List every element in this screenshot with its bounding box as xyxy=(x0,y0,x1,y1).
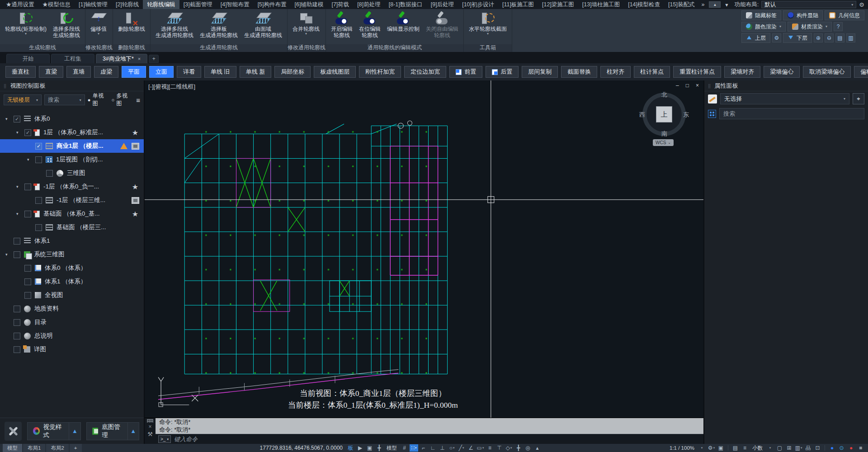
command-history[interactable]: 命令: *取消* 命令: *取消* xyxy=(156,418,703,434)
wcs-selector[interactable]: WCS⌄ xyxy=(653,139,674,146)
image-badge-icon[interactable] xyxy=(132,143,139,150)
qbtn-beam-wall-offset[interactable]: 梁墙偏心 xyxy=(764,66,800,78)
slab-layer-toggle-icon[interactable]: 板 xyxy=(346,444,355,452)
checkbox[interactable]: ✓ xyxy=(14,319,20,326)
ribbon-options-caret-icon[interactable]: ▾ xyxy=(722,1,731,8)
member-visibility-button[interactable]: 构件显隐 xyxy=(783,10,823,20)
checkbox[interactable]: ✓ xyxy=(14,251,20,258)
decimal-caret-icon[interactable]: ▾ xyxy=(766,444,774,452)
decimal-units-label[interactable]: 小数 xyxy=(752,445,763,452)
geometry-info-button[interactable]: 几何信息 xyxy=(825,10,864,20)
checkbox[interactable]: ✓ xyxy=(35,143,42,150)
drag-handle-icon[interactable]: ⣿ xyxy=(4,84,7,88)
qbtn-single-line-old[interactable]: 单线 旧 xyxy=(204,66,236,78)
menu-item-model-info[interactable]: ★模型信息 xyxy=(38,0,75,9)
outline-rect-draw-button[interactable]: 轮廓线(矩形绘制)▾ xyxy=(2,10,50,44)
qbtn-rigid-bar-widen[interactable]: 刚性杆加宽 xyxy=(359,66,401,78)
tree-item-full-view[interactable]: ▾✓全视图 xyxy=(0,288,144,302)
qbtn-beam-wall-align[interactable]: 梁墙对齐 xyxy=(724,66,760,78)
ribbon-collapse-button[interactable]: ▲ xyxy=(709,1,721,8)
tree-menu-icon[interactable]: ≡ xyxy=(136,96,140,104)
qbtn-section-replace[interactable]: 截面替换 xyxy=(561,66,597,78)
menu-item-data-interface[interactable]: [8-1]数据接口 xyxy=(385,0,427,9)
menu-item-load[interactable]: [7]荷载 xyxy=(327,0,353,9)
qbtn-elevation-view[interactable]: 立面 xyxy=(149,66,174,78)
qbtn-local-coords[interactable]: 局部坐标 xyxy=(274,66,311,78)
tree-item-floor1-view[interactable]: ▾✓1层视图 （剖切... xyxy=(0,153,144,166)
move-gizmo-icon[interactable]: ╋ xyxy=(514,444,523,452)
command-input[interactable] xyxy=(174,436,701,443)
menu-item-slab-drawing[interactable]: [11]板施工图 xyxy=(498,0,538,9)
checkbox[interactable]: ✓ xyxy=(46,170,53,177)
tools-button[interactable] xyxy=(5,422,22,441)
property-search-input[interactable] xyxy=(723,110,860,117)
layout-tab-layout1[interactable]: 布局1 xyxy=(23,444,45,452)
floor-lock-filter-select[interactable]: 无锁楼层▾ xyxy=(4,94,42,105)
ortho-mode-icon[interactable]: ⊥ xyxy=(438,444,447,452)
command-close-icon[interactable]: × xyxy=(148,424,151,430)
offset-value-button[interactable]: 偏移值▾ xyxy=(87,10,110,44)
menu-item-model-check[interactable]: [14]模型检查 xyxy=(624,0,664,9)
viewport-minimize-icon[interactable]: – xyxy=(676,82,679,89)
list-options-icon[interactable]: ≡ xyxy=(741,444,749,452)
object-snap-icon[interactable]: ∟ xyxy=(429,444,437,452)
settings-gear-icon[interactable]: ⚙▾ xyxy=(707,444,716,452)
ucs-axis-icon[interactable]: ╋ xyxy=(375,444,383,452)
tree-item-catalog[interactable]: ▾✓目录 xyxy=(0,315,144,329)
checkbox[interactable]: ✓ xyxy=(24,278,31,285)
panel-layout2-icon[interactable]: ▥ xyxy=(846,33,855,42)
menu-item-section[interactable]: [3]截面管理 xyxy=(179,0,217,9)
tree-item-system0-view[interactable]: ▾✓体系0 （体系） xyxy=(0,261,144,275)
qbtn-column-calc-point[interactable]: 柱计算点 xyxy=(634,66,670,78)
qbtn-copy-between-floors[interactable]: 层间复制 xyxy=(522,66,558,78)
tab-project-set[interactable]: 工程集 xyxy=(51,54,94,63)
layout-tab-layout2[interactable]: 布局2 xyxy=(46,444,68,452)
menu-item-preprocess[interactable]: [8]前处理 xyxy=(353,0,384,9)
horizontal-outline-section-button[interactable]: 水平轮廓线截面▾ xyxy=(466,10,510,44)
tree-item-system0[interactable]: ▾✓体系0 xyxy=(0,112,144,126)
menu-item-prefab[interactable]: [15]装配式 xyxy=(664,0,698,9)
checkbox[interactable]: ✓ xyxy=(24,265,31,272)
compass-west-label[interactable]: 西 xyxy=(639,111,645,119)
viewport-restore-icon[interactable]: □ xyxy=(686,82,689,89)
menu-overflow-icon[interactable]: » xyxy=(698,1,707,8)
model-space-label[interactable]: 模型 xyxy=(387,445,397,452)
panels-icon[interactable]: 品 xyxy=(804,444,812,452)
fullscreen-icon[interactable]: ■ xyxy=(856,444,865,452)
tree-item-commercial-floor1[interactable]: ▾✓商业1层 （楼层... xyxy=(0,139,144,153)
zoom-in-icon[interactable]: ⊕ xyxy=(814,33,823,42)
tree-item-geology[interactable]: ▾✓地质资料 xyxy=(0,302,144,315)
search-status-icon[interactable]: ⊙ xyxy=(837,444,846,452)
menu-item-smart-layout[interactable]: [4]智能布置 xyxy=(217,0,254,9)
checkbox[interactable]: ✓ xyxy=(35,224,42,231)
tree-item-foundation-3d[interactable]: ▾✓基础面 （楼层三... xyxy=(0,221,144,234)
cad-viewport[interactable]: [-][俯视][二维线框] – □ × 北 南 西 东 上 WCS⌄ 当前视图：… xyxy=(145,80,703,418)
qbtn-plan-view[interactable]: 平面 xyxy=(122,66,146,78)
command-prompt-icon[interactable]: >_▾ xyxy=(158,435,171,443)
single-view-radio[interactable]: ●单视图 xyxy=(88,92,109,108)
floor-gear-icon[interactable]: ⚙ xyxy=(772,33,781,42)
qbtn-single-line-new[interactable]: 单线 新 xyxy=(240,66,272,78)
merge-outline-button[interactable]: 合并轮廓线▾ xyxy=(289,10,323,44)
property-grid-icon[interactable] xyxy=(708,110,716,118)
qbtn-offset-value[interactable]: 偏移值 xyxy=(854,66,868,78)
qbtn-slab-dashed-layer[interactable]: 板虚线图层 xyxy=(314,66,356,78)
grid-display-icon[interactable]: # xyxy=(400,444,409,452)
slab-to-generic-outline-button[interactable]: 选择板生成通用轮廓线 xyxy=(197,10,241,44)
pick-object-button[interactable]: ⌖ xyxy=(853,93,864,104)
checkbox[interactable]: ✓ xyxy=(24,211,31,217)
tree-item-3d-view[interactable]: ▾✓三维图 xyxy=(0,166,144,180)
display-mode-icon[interactable]: ▤ xyxy=(731,444,740,452)
tab-current-document[interactable]: 3#商业地下*× xyxy=(96,54,147,63)
upper-floor-button[interactable]: 上层 xyxy=(741,33,770,43)
image-frame-icon[interactable]: ▣ xyxy=(365,444,374,452)
menu-item-preliminary-design[interactable]: [10]初步设计 xyxy=(458,0,498,9)
checkbox[interactable]: ✓ xyxy=(14,333,20,339)
menu-item-beam-drawing[interactable]: [12]梁施工图 xyxy=(538,0,578,9)
visual-style-button[interactable]: 视觉样式▲ xyxy=(27,422,80,440)
favorite-star-icon[interactable]: ★ xyxy=(132,183,144,191)
customize-wrench-icon[interactable]: ⚒ xyxy=(147,431,153,438)
rect-snap-icon[interactable]: ▭▾ xyxy=(476,444,485,452)
checkbox[interactable]: ✓ xyxy=(14,238,20,245)
transparency-icon[interactable]: ⊤ xyxy=(495,444,504,452)
